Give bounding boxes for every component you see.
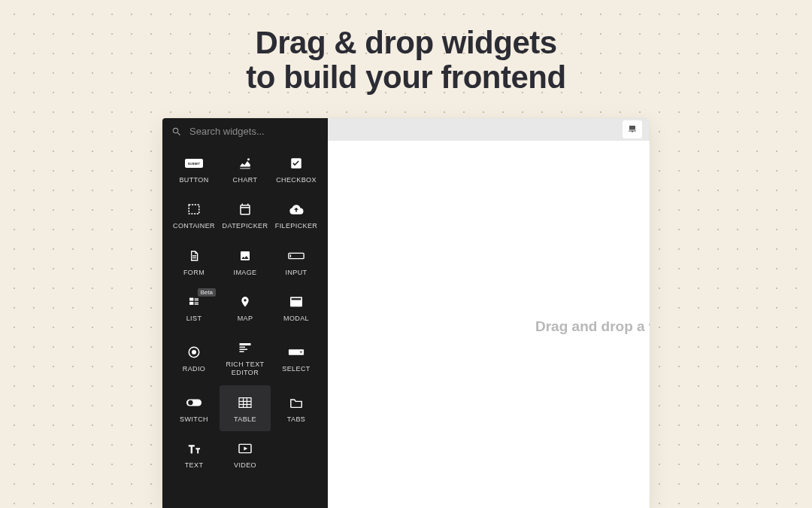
svg-rect-7 [195,298,198,299]
desktop-icon [627,123,638,136]
widget-label: FILEPICKER [275,222,318,230]
canvas-topbar [328,118,650,141]
search-input[interactable] [189,126,320,137]
drop-hint: Drag and drop a w [535,318,650,335]
search-row [162,118,328,144]
modal-icon [287,294,305,310]
calendar-icon [236,201,254,217]
form-icon [185,248,203,264]
widget-label: TABS [287,415,305,424]
svg-rect-22 [239,397,251,407]
svg-rect-2 [189,205,199,214]
chart-icon [236,155,254,172]
switch-icon [185,394,203,411]
widget-table[interactable]: TABLE [220,385,271,431]
svg-point-21 [188,400,192,404]
widget-filepicker[interactable]: FILEPICKER [271,192,322,238]
widget-checkbox[interactable]: CHECKBOX [271,146,322,192]
video-icon [236,440,254,457]
widget-form[interactable]: FORM [168,239,220,284]
widget-list[interactable]: Beta LIST [168,284,220,330]
page-headline: Drag & drop widgets to build your fronte… [0,0,812,95]
widget-container[interactable]: CONTAINER [168,192,220,238]
widget-label: RADIO [183,365,206,373]
widget-chart[interactable]: CHART [220,146,271,192]
svg-rect-6 [189,302,193,305]
widget-label: DATEPICKER [223,222,268,230]
svg-rect-9 [195,302,198,303]
widget-label: RICH TEXTEDITOR [226,360,265,378]
headline-line-1: Drag & drop widgets [0,26,812,60]
widget-label: SELECT [282,365,310,373]
canvas-area: Drag and drop a w [328,118,650,508]
widget-label: INPUT [286,269,308,277]
search-icon [171,126,182,137]
svg-rect-17 [240,349,248,351]
svg-rect-10 [195,303,198,304]
widget-input[interactable]: INPUT [271,239,322,284]
widget-radio[interactable]: RADIO [168,330,220,385]
svg-point-14 [192,350,196,354]
widget-label: MODAL [283,315,309,323]
widget-label: LIST [186,315,202,323]
beta-badge: Beta [198,288,216,297]
widget-label: TABLE [234,415,256,424]
widget-select[interactable]: SELECT [271,330,322,385]
widget-label: CHECKBOX [276,176,317,184]
builder-window: SUBMIT BUTTON CHART CHECKBOX [162,118,650,508]
map-pin-icon [236,294,254,310]
widget-label: SWITCH [180,415,208,424]
widget-tabs[interactable]: TABS [271,385,322,431]
svg-point-0 [247,158,250,160]
widget-map[interactable]: MAP [220,284,271,330]
svg-rect-15 [240,343,251,345]
widget-text[interactable]: TEXT [168,431,220,477]
cloud-upload-icon [287,201,305,217]
svg-rect-16 [240,347,246,348]
widget-label: VIDEO [234,461,256,470]
input-icon [287,248,305,264]
svg-rect-4 [290,254,291,257]
widget-label: FORM [183,269,205,277]
widget-datepicker[interactable]: DATEPICKER [220,192,271,238]
widget-richtext[interactable]: RICH TEXTEDITOR [220,330,271,385]
widget-label: MAP [238,315,253,323]
folder-icon [287,394,305,411]
desktop-view-button[interactable] [623,120,642,138]
widget-sidebar: SUBMIT BUTTON CHART CHECKBOX [162,118,328,508]
canvas-body[interactable]: Drag and drop a w [328,141,650,508]
svg-rect-12 [292,298,301,300]
image-icon [236,248,254,264]
richtext-icon [236,339,254,356]
widget-switch[interactable]: SWITCH [168,385,220,431]
svg-rect-18 [240,351,244,353]
select-icon [287,344,305,360]
button-icon: SUBMIT [185,155,203,172]
widget-modal[interactable]: MODAL [271,284,322,330]
widget-video[interactable]: VIDEO [220,431,271,477]
radio-icon [185,344,203,360]
widget-grid: SUBMIT BUTTON CHART CHECKBOX [162,144,328,485]
svg-rect-8 [195,300,198,300]
headline-line-2: to build your frontend [0,60,812,95]
widget-label: TEXT [185,461,204,470]
widget-button[interactable]: SUBMIT BUTTON [168,146,220,192]
widget-image[interactable]: IMAGE [220,239,271,284]
text-icon [185,440,203,457]
checkbox-icon [287,155,305,172]
table-icon [236,394,254,411]
widget-label: BUTTON [179,176,208,184]
widget-label: CHART [233,176,258,184]
container-icon [185,201,203,217]
svg-rect-5 [189,297,193,300]
widget-label: CONTAINER [173,222,215,230]
widget-label: IMAGE [233,269,256,277]
